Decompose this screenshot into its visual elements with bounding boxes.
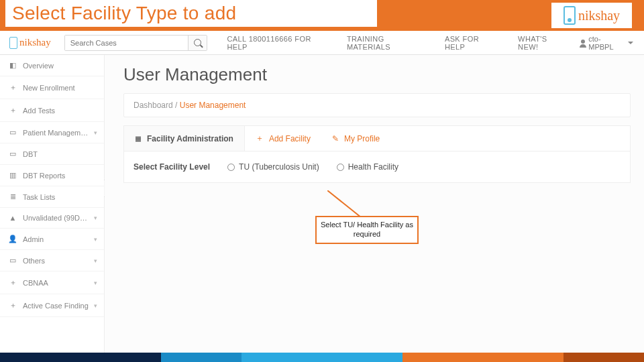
facility-level-row: Select Facility Level TU (Tuberculosis U…	[123, 152, 631, 183]
radio-label: Health Facility	[348, 162, 398, 172]
search-button[interactable]	[188, 36, 207, 50]
main-content: User Management Dashboard / User Managem…	[105, 55, 644, 353]
plus-icon: ＋	[8, 105, 17, 115]
topbar-ask-help[interactable]: ASK FOR HELP	[438, 35, 504, 51]
footer-bar	[564, 353, 644, 362]
sidebar-item-label: New Enrollment	[23, 84, 97, 92]
callout-arrow	[327, 190, 364, 217]
radio-icon	[227, 164, 235, 171]
radio-tu[interactable]: TU (Tuberculosis Unit)	[227, 162, 319, 172]
sidebar-item-add-tests[interactable]: ＋Add Tests	[0, 99, 104, 122]
user-icon: 👤	[8, 235, 17, 243]
tab-facility-administration[interactable]: ≣ Facility Administration	[124, 126, 245, 151]
chevron-down-icon: ▾	[94, 129, 97, 136]
plus-icon: ＋	[8, 300, 17, 310]
sidebar-item-unvalidated[interactable]: ▲Unvalidated (99DOTS)▾	[0, 208, 104, 229]
list-icon: ≣	[135, 134, 142, 143]
brand-name: nikshay	[578, 8, 620, 23]
topbar-help-number[interactable]: CALL 1800116666 FOR HELP	[221, 35, 333, 51]
sidebar-item-cbnaa[interactable]: ＋CBNAA▾	[0, 272, 104, 294]
layout: ◧Overview ＋New Enrollment ＋Add Tests ▭Pa…	[0, 55, 644, 353]
sidebar-item-label: Add Tests	[23, 107, 97, 115]
chevron-down-icon: ▾	[94, 257, 97, 264]
plus-icon: ＋	[8, 278, 17, 288]
tab-label: Add Facility	[269, 134, 311, 143]
breadcrumb: Dashboard / User Management	[123, 93, 631, 117]
sidebar-item-task-lists[interactable]: ≣Task Lists	[0, 186, 104, 208]
phone-icon	[9, 37, 17, 49]
callout-text: Select TU/ Health Facility as required	[321, 221, 413, 238]
footer-bars	[0, 353, 644, 362]
topbar-whats-new[interactable]: WHAT'S NEW!	[511, 35, 573, 51]
sidebar-item-label: Active Case Finding	[23, 302, 89, 310]
tab-label: Facility Administration	[147, 134, 233, 143]
tabs: ≣ Facility Administration ＋ Add Facility…	[123, 125, 631, 152]
footer-bar	[0, 353, 161, 362]
radio-health-facility[interactable]: Health Facility	[337, 162, 398, 172]
svg-line-0	[327, 190, 361, 217]
doc-icon: ▥	[8, 171, 17, 180]
phone-icon	[564, 6, 576, 25]
callout-box: Select TU/ Health Facility as required	[315, 216, 419, 244]
sidebar-item-label: Overview	[23, 62, 97, 70]
search-input[interactable]	[65, 36, 188, 50]
sidebar-item-label: Others	[23, 257, 89, 265]
user-menu[interactable]: cto-MPBPL	[580, 35, 633, 51]
user-label: cto-MPBPL	[588, 35, 623, 51]
sidebar-item-label: Unvalidated (99DOTS)	[23, 214, 89, 222]
briefcase-icon: ▭	[8, 256, 17, 265]
sidebar: ◧Overview ＋New Enrollment ＋Add Tests ▭Pa…	[0, 55, 105, 353]
sidebar-item-dbt[interactable]: ▭DBT	[0, 143, 104, 165]
dashboard-icon: ◧	[8, 61, 17, 70]
breadcrumb-sep: /	[175, 101, 180, 110]
chevron-down-icon: ▾	[94, 215, 97, 221]
brand-logo-box: nikshay	[551, 3, 632, 28]
footer-bar	[161, 353, 241, 362]
facility-level-radio-group: TU (Tuberculosis Unit) Health Facility	[227, 162, 398, 172]
alert-icon: ▲	[8, 214, 17, 222]
sidebar-item-label: DBT	[23, 150, 97, 158]
sidebar-item-overview[interactable]: ◧Overview	[0, 55, 104, 76]
radio-icon	[337, 164, 344, 171]
briefcase-icon: ▭	[8, 128, 17, 137]
chevron-down-icon: ▾	[94, 280, 97, 286]
edit-icon: ✎	[332, 134, 339, 143]
sidebar-item-patient-mgmt[interactable]: ▭Patient Management▾	[0, 122, 104, 143]
nikshay-logo: nikshay	[564, 6, 620, 25]
chevron-down-icon: ▾	[94, 302, 97, 309]
search-wrap	[64, 35, 207, 51]
topbar: nikshay CALL 1800116666 FOR HELP TRAININ…	[0, 31, 644, 55]
sidebar-item-active-case[interactable]: ＋Active Case Finding▾	[0, 294, 104, 317]
tab-label: My Profile	[344, 134, 380, 143]
sidebar-item-others[interactable]: ▭Others▾	[0, 250, 104, 272]
sidebar-item-label: Admin	[23, 235, 89, 243]
sidebar-item-label: Patient Management	[23, 129, 89, 137]
sidebar-item-dbt-reports[interactable]: ▥DBT Reports	[0, 165, 104, 186]
mini-logo[interactable]: nikshay	[9, 37, 51, 49]
facility-level-label: Select Facility Level	[133, 162, 210, 172]
sidebar-item-admin[interactable]: 👤Admin▾	[0, 229, 104, 250]
plus-icon: ＋	[8, 82, 17, 93]
sidebar-item-label: Task Lists	[23, 193, 97, 201]
slide-title-band: Select Facility Type to add nikshay	[0, 0, 644, 31]
slide-title: Select Facility Type to add	[5, 0, 377, 27]
footer-bar	[241, 353, 402, 362]
chevron-down-icon: ▾	[94, 236, 97, 243]
chevron-down-icon	[628, 42, 633, 44]
tab-my-profile[interactable]: ✎ My Profile	[321, 126, 390, 151]
breadcrumb-current: User Management	[180, 101, 246, 110]
radio-label: TU (Tuberculosis Unit)	[239, 162, 319, 172]
page-title: User Management	[123, 64, 631, 85]
brand-name-small: nikshay	[19, 37, 51, 48]
card-icon: ▭	[8, 149, 17, 158]
breadcrumb-root[interactable]: Dashboard	[133, 101, 173, 110]
user-icon	[580, 40, 586, 46]
footer-bar	[402, 353, 564, 362]
tab-add-facility[interactable]: ＋ Add Facility	[245, 126, 321, 151]
plus-icon: ＋	[256, 133, 264, 144]
sidebar-item-label: CBNAA	[23, 279, 89, 287]
topbar-training[interactable]: TRAINING MATERIALS	[340, 35, 431, 51]
list-icon: ≣	[8, 192, 17, 201]
search-icon	[194, 39, 201, 46]
sidebar-item-new-enrollment[interactable]: ＋New Enrollment	[0, 76, 104, 99]
